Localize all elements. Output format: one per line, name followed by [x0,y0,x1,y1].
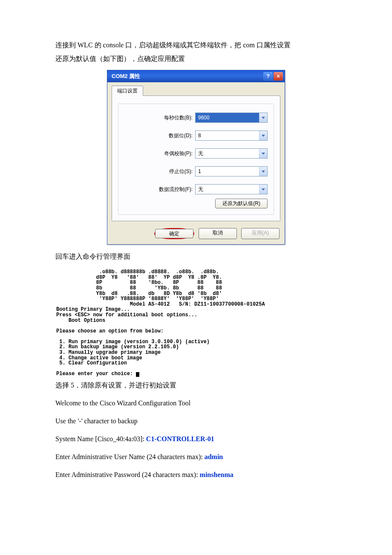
password-value: minshenma [200,471,233,478]
label-stopbits: 停止位(S): [129,168,195,174]
help-button[interactable]: ? [263,72,273,81]
cancel-button[interactable]: 取消 [199,228,237,239]
ok-highlight-circle: 确定 [154,228,194,239]
restore-defaults-button[interactable]: 还原为默认值(R) [215,199,268,208]
label-parity: 奇偶校验(P): [129,150,195,156]
wizard-welcome: Welcome to the Cisco Wizard Configuratio… [55,396,337,410]
wizard-username: Enter Administrative User Name (24 chara… [55,450,337,464]
boot-output: .o88b. d888888b .d8888. .o88b. .d88b. d8… [55,268,337,379]
combo-databits[interactable]: 8 [195,130,268,141]
wizard-sysname: System Name [Cisco_40:4a:03]: C1-CONTROL… [55,432,337,446]
combo-flow[interactable]: 无 [195,184,268,194]
intro-text: 连接到 WLC 的 console 口，启动超级终端或其它终端软件，把 com … [55,38,337,66]
tab-port-settings[interactable]: 端口设置 [112,86,143,96]
titlebar[interactable]: COM2 属性 ? × [107,70,285,82]
dialog-title: COM2 属性 [112,73,262,80]
sysname-value: C1-CONTROLLER-01 [146,435,214,442]
combo-parity[interactable]: 无 [195,148,268,159]
combo-baud[interactable]: 9600 [195,113,268,123]
chevron-down-icon[interactable] [259,113,267,122]
wizard-password: Enter Administrative Password (24 charac… [55,468,337,482]
wizard-backup-hint: Use the '-' character to backup [55,414,337,428]
combo-stopbits[interactable]: 1 [195,166,268,176]
label-databits: 数据位(D): [129,133,195,139]
chevron-down-icon[interactable] [259,131,267,140]
close-button[interactable]: × [274,72,283,81]
tab-panel: 每秒位数(B): 9600 数据位(D): 8 [112,95,280,221]
after-dialog-text: 回车进入命令行管理界面 [55,250,337,263]
cursor-icon [136,372,139,377]
chevron-down-icon[interactable] [259,185,267,194]
label-baud: 每秒位数(B): [129,115,195,121]
apply-button[interactable]: 应用(A) [241,228,280,239]
label-flow: 数据流控制(F): [129,186,195,192]
username-value: admin [205,453,223,460]
com-properties-dialog: COM2 属性 ? × 端口设置 每秒位数(B): 9600 [107,70,285,245]
chevron-down-icon[interactable] [259,149,267,158]
after-boot-text: 选择 5，清除原有设置，并进行初始设置 [55,379,337,392]
chevron-down-icon[interactable] [259,167,267,176]
ok-button[interactable]: 确定 [155,229,193,238]
